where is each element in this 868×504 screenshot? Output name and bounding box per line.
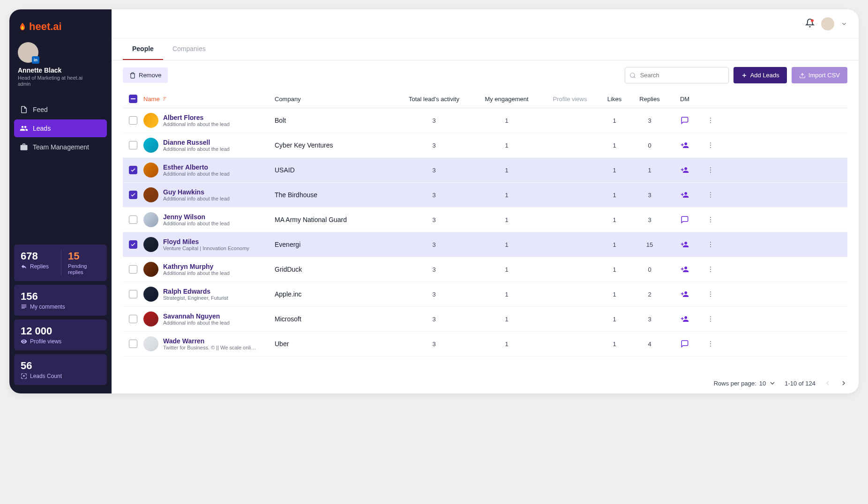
lead-name[interactable]: Ralph Edwards [163, 288, 228, 295]
search-input[interactable] [625, 67, 729, 83]
row-checkbox[interactable] [129, 191, 137, 199]
lead-name[interactable]: Savannah Nguyen [163, 312, 230, 320]
dm-action[interactable] [668, 116, 701, 125]
chevron-down-icon[interactable] [841, 21, 847, 27]
dm-action[interactable] [668, 340, 701, 348]
dm-action[interactable] [668, 265, 701, 274]
lead-name[interactable]: Guy Hawkins [163, 188, 230, 196]
row-checkbox[interactable] [129, 340, 137, 348]
row-more-button[interactable] [701, 290, 720, 298]
svg-line-1 [634, 76, 635, 78]
row-more-button[interactable] [701, 340, 720, 348]
column-activity[interactable]: Total lead's activity [397, 96, 471, 103]
lead-name[interactable]: Dianne Russell [163, 139, 230, 146]
activity-cell: 3 [397, 192, 471, 199]
nav-leads-label: Leads [33, 125, 51, 132]
rows-per-page-value[interactable]: 10 [759, 380, 766, 387]
topbar-avatar[interactable] [821, 17, 834, 30]
row-checkbox[interactable] [129, 116, 137, 125]
activity-cell: 3 [397, 241, 471, 248]
row-checkbox[interactable] [129, 166, 137, 174]
column-company[interactable]: Company [275, 96, 397, 103]
row-more-button[interactable] [701, 266, 720, 273]
nav-feed[interactable]: Feed [14, 101, 107, 119]
engagement-cell: 1 [471, 316, 542, 323]
replies-cell: 2 [631, 291, 668, 298]
nav-leads[interactable]: Leads [14, 119, 107, 137]
row-more-button[interactable] [701, 191, 720, 199]
tab-companies[interactable]: Companies [163, 38, 215, 60]
lead-name[interactable]: Wade Warren [163, 337, 257, 345]
stat-leads[interactable]: 56 Leads Count [14, 354, 107, 385]
dm-action[interactable] [668, 141, 701, 149]
chevron-right-icon [840, 379, 847, 387]
table-row[interactable]: Dianne Russell Additional info about the… [123, 133, 847, 158]
tab-people[interactable]: People [123, 38, 163, 60]
next-page-button[interactable] [840, 379, 847, 387]
row-checkbox[interactable] [129, 141, 137, 149]
column-engagement[interactable]: My engagement [471, 96, 542, 103]
dm-action[interactable] [668, 191, 701, 199]
column-name[interactable]: Name [143, 96, 275, 103]
table-row[interactable]: Wade Warren Twitter for Business. © || W… [123, 332, 847, 356]
table-row[interactable]: Albert Flores Additional info about the … [123, 108, 847, 133]
column-likes[interactable]: Likes [598, 96, 631, 103]
notifications-button[interactable] [805, 18, 815, 30]
svg-point-10 [710, 122, 711, 123]
svg-point-15 [710, 170, 711, 170]
column-replies[interactable]: Replies [631, 96, 668, 103]
lead-name[interactable]: Floyd Miles [163, 238, 249, 245]
column-profile-views[interactable]: Profile views [542, 96, 598, 103]
row-more-button[interactable] [701, 216, 720, 223]
stat-replies-pending[interactable]: 678 Replies 15 Pending replies [14, 245, 107, 281]
remove-button[interactable]: Remove [123, 67, 168, 83]
likes-cell: 1 [598, 142, 631, 149]
dm-action[interactable] [668, 166, 701, 174]
row-more-button[interactable] [701, 241, 720, 248]
stat-comments[interactable]: 156 My comments [14, 285, 107, 316]
table-row[interactable]: Savannah Nguyen Additional info about th… [123, 307, 847, 332]
lead-subtitle: Additional info about the lead [163, 146, 230, 152]
svg-point-12 [710, 145, 711, 146]
chevron-down-icon[interactable] [769, 379, 776, 387]
table-row[interactable]: Jenny Wilson Additional info about the l… [123, 208, 847, 232]
row-more-button[interactable] [701, 117, 720, 124]
table-row[interactable]: Floyd Miles Venture Capital | Innovation… [123, 232, 847, 257]
table-row[interactable]: Esther Alberto Additional info about the… [123, 158, 847, 183]
row-checkbox[interactable] [129, 315, 137, 323]
search-wrap [625, 67, 729, 83]
lead-subtitle: Additional info about the lead [163, 196, 230, 201]
select-all-checkbox[interactable] [129, 95, 137, 103]
dm-action[interactable] [668, 315, 701, 323]
row-checkbox[interactable] [129, 215, 137, 224]
row-more-button[interactable] [701, 315, 720, 323]
svg-point-28 [710, 271, 711, 272]
lead-name[interactable]: Albert Flores [163, 114, 230, 121]
column-dm[interactable]: DM [668, 96, 701, 103]
svg-point-0 [630, 73, 634, 77]
row-checkbox[interactable] [129, 290, 137, 298]
nav-team[interactable]: Team Management [14, 138, 107, 156]
stat-views[interactable]: 12 000 Profile views [14, 319, 107, 350]
table-row[interactable]: Ralph Edwards Strategist, Engineer, Futu… [123, 282, 847, 307]
nav-feed-label: Feed [33, 106, 48, 113]
dm-action[interactable] [668, 240, 701, 249]
row-more-button[interactable] [701, 166, 720, 174]
add-leads-button[interactable]: Add Leads [733, 67, 787, 83]
lead-name[interactable]: Esther Alberto [163, 163, 230, 171]
lead-subtitle: Venture Capital | Innovation Economy [163, 245, 249, 251]
table-row[interactable]: Guy Hawkins Additional info about the le… [123, 183, 847, 208]
nav-team-label: Team Management [33, 143, 89, 151]
lead-name[interactable]: Jenny Wilson [163, 213, 230, 221]
row-checkbox[interactable] [129, 265, 137, 274]
dm-action[interactable] [668, 290, 701, 298]
import-csv-button[interactable]: Import CSV [792, 67, 847, 83]
table-row[interactable]: Kathryn Murphy Additional info about the… [123, 257, 847, 282]
lead-avatar [143, 237, 158, 252]
lead-name[interactable]: Kathryn Murphy [163, 263, 230, 270]
row-checkbox[interactable] [129, 240, 137, 249]
svg-point-18 [710, 194, 711, 195]
dm-action[interactable] [668, 215, 701, 224]
row-more-button[interactable] [701, 141, 720, 149]
prev-page-button[interactable] [824, 379, 831, 387]
